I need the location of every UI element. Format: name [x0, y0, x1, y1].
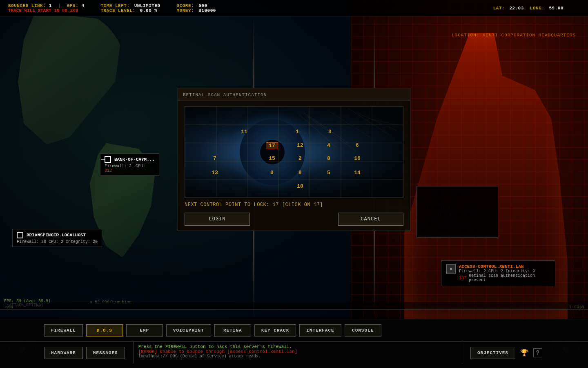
grid-num-11[interactable]: 11: [238, 129, 250, 135]
hud-time-label: Time Left: UNLIMITED: [101, 3, 160, 8]
grid-num-1[interactable]: 1: [291, 129, 303, 135]
modal-buttons: LOGIN CANCEL: [185, 213, 403, 226]
grid-num-16[interactable]: 16: [351, 155, 363, 162]
retinal-scan-modal: Retinal scan authentication: [178, 88, 410, 231]
modal-title: Retinal scan authentication: [183, 92, 267, 97]
hud-score: Score: 500 Money: $10000: [177, 3, 216, 13]
grid-num-6[interactable]: 6: [351, 142, 363, 148]
key-crack-button[interactable]: KEY CRACK: [254, 324, 296, 337]
top-hud-bar: Bounced Link: 1 | GPU: 4 Trace will star…: [0, 0, 588, 16]
voiceprint-button[interactable]: VOICEPRINT: [166, 324, 211, 337]
retinal-grid-container[interactable]: 11 1 3 17 12 4 6 7 15 2 8 16 13 0 9 5 14: [185, 106, 403, 198]
status-line-3: localhost:// DOS (Denial of Service) att…: [138, 354, 457, 359]
grid-num-9[interactable]: 9: [294, 170, 306, 176]
grid-num-14[interactable]: 14: [351, 170, 363, 176]
grid-num-0[interactable]: 0: [266, 170, 278, 176]
grid-num-3[interactable]: 3: [324, 129, 336, 135]
grid-num-15[interactable]: 15: [266, 155, 278, 162]
retina-button[interactable]: RETINA: [214, 324, 251, 337]
hud-bounced-label: Bounced Link: 1 | GPU: 4: [8, 3, 85, 8]
status-line-1: Press the FIREWALL button to hack this s…: [138, 344, 457, 349]
hardware-button[interactable]: HARDWARE: [44, 347, 83, 359]
messages-button[interactable]: MESSAGES: [86, 347, 125, 359]
emp-button[interactable]: EMP: [126, 324, 163, 337]
interface-button[interactable]: INTERFACE: [299, 324, 341, 337]
login-button[interactable]: LOGIN: [185, 213, 250, 226]
objectives-button[interactable]: OBJECTIVES: [470, 347, 515, 359]
hud-score-label: Score: 500: [177, 3, 216, 8]
modal-overlay: Retinal scan authentication: [0, 16, 588, 319]
grid-num-17[interactable]: 17: [266, 142, 278, 149]
toolbar-bottom-left: HARDWARE MESSAGES: [0, 342, 134, 364]
grid-num-8[interactable]: 8: [323, 155, 335, 162]
status-line-2: [ERROR] Unable to bounce through [access…: [138, 349, 457, 354]
grid-num-5[interactable]: 5: [323, 170, 335, 176]
hud-bounced: Bounced Link: 1 | GPU: 4 Trace will star…: [8, 3, 85, 13]
control-point-text: Next control point to lock: 17 [Click on…: [185, 202, 403, 208]
firewall-button[interactable]: FIREWALL: [44, 324, 83, 337]
cancel-button[interactable]: CANCEL: [338, 213, 403, 226]
hud-time: Time Left: UNLIMITED Trace Level: 0.00 %: [101, 3, 160, 13]
help-icon[interactable]: ?: [533, 348, 542, 357]
grid-num-10[interactable]: 10: [294, 183, 306, 189]
grid-num-2[interactable]: 2: [294, 155, 306, 162]
modal-title-bar: Retinal scan authentication: [178, 88, 410, 101]
grid-num-4[interactable]: 4: [323, 142, 335, 148]
hud-trace-warning: Trace will start in 88.26s: [8, 8, 85, 13]
hud-lat-long: LAT: 22.03 LONG: 59.00: [493, 6, 564, 11]
trophy-icon[interactable]: 🏆: [520, 349, 528, 357]
hud-trace-label: Trace Level: 0.00 %: [101, 8, 160, 13]
hud-money-label: Money: $10000: [177, 8, 216, 13]
bottom-toolbar: FIREWALL D.O.S EMP VOICEPRINT RETINA KEY…: [0, 319, 588, 368]
console-button[interactable]: CONSOLE: [345, 324, 381, 337]
toolbar-bottom-right: OBJECTIVES 🏆 ?: [462, 342, 588, 364]
hud-coords: LAT: 22.03 LONG: 59.00: [493, 6, 564, 11]
toolbar-top-row: FIREWALL D.O.S EMP VOICEPRINT RETINA KEY…: [0, 319, 588, 341]
grid-num-7[interactable]: 7: [209, 155, 221, 162]
grid-num-12[interactable]: 12: [294, 142, 306, 148]
modal-content: 11 1 3 17 12 4 6 7 15 2 8 16 13 0 9 5 14: [178, 101, 410, 231]
grid-num-13[interactable]: 13: [209, 170, 221, 176]
toolbar-status-area: Press the FIREWALL button to hack this s…: [134, 342, 462, 364]
toolbar-bottom-row: HARDWARE MESSAGES Press the FIREWALL but…: [0, 341, 588, 364]
dos-button[interactable]: D.O.S: [86, 324, 123, 337]
